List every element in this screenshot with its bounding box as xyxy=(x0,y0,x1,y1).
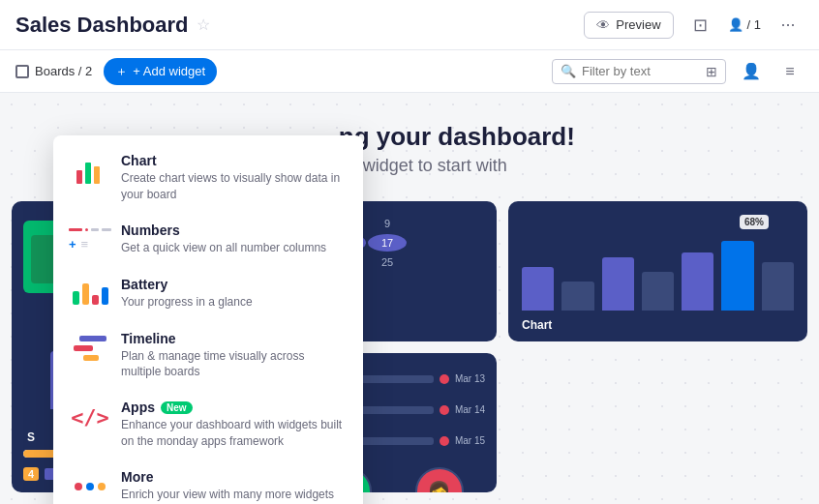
welcome-subtitle: rst widget to start with xyxy=(339,156,575,176)
chart-bar-5 xyxy=(682,252,713,311)
svg-rect-2 xyxy=(94,166,100,184)
more-options-icon[interactable]: ··· xyxy=(773,10,804,41)
filter-icon[interactable]: ≡ xyxy=(776,58,804,85)
add-widget-button[interactable]: ＋ + Add widget xyxy=(104,58,217,85)
more-menu-icon-wrap xyxy=(73,469,107,504)
numbers-menu-icon: + ≡ xyxy=(69,228,111,251)
timeline-menu-text: Timeline Plan & manage time visually acr… xyxy=(121,331,344,381)
welcome-subtitle-text: rst widget to start with xyxy=(339,156,507,175)
numbers-menu-desc: Get a quick view on all number columns xyxy=(121,240,344,256)
menu-item-numbers[interactable]: + ≡ Numbers Get a quick view on all numb… xyxy=(53,213,363,267)
menu-item-apps[interactable]: </> Apps New Enhance your dashboard with… xyxy=(53,390,363,460)
chart-bar-4 xyxy=(642,272,674,311)
chart-bar-7 xyxy=(762,262,794,311)
preview-label: Preview xyxy=(616,17,660,32)
more-menu-icon xyxy=(75,483,106,490)
cal-cell xyxy=(409,234,447,252)
eye-icon: 👁 xyxy=(596,17,610,33)
chart-menu-icon-wrap xyxy=(73,153,107,188)
main-content: ng your dashboard! rst widget to start w… xyxy=(0,93,819,504)
avatar-circle-3: 👩 xyxy=(415,467,464,493)
apps-menu-icon: </> xyxy=(71,405,109,430)
add-widget-label: + Add widget xyxy=(133,64,205,78)
battery-number: 4 xyxy=(23,467,39,481)
plus-icon: ＋ xyxy=(115,63,128,80)
boards-breadcrumb[interactable]: Boards / 2 xyxy=(15,64,92,78)
battery-menu-text: Battery Your progress in a glance xyxy=(121,277,344,311)
people-date-1: Mar 13 xyxy=(455,373,485,384)
dot-red-3 xyxy=(440,436,449,446)
more-menu-title: More xyxy=(121,469,344,485)
search-icon: 🔍 xyxy=(561,64,576,78)
battery-menu-desc: Your progress in a glance xyxy=(121,294,344,311)
svg-rect-0 xyxy=(76,170,82,184)
users-icon: 👤 xyxy=(728,17,743,32)
boards-square-icon xyxy=(15,65,29,78)
dot-red-2 xyxy=(440,405,449,415)
cal-cell-highlight: 17 xyxy=(368,234,407,252)
timeline-menu-icon xyxy=(74,336,106,361)
person-filter-icon[interactable]: 👤 xyxy=(738,58,765,85)
people-date-2: Mar 14 xyxy=(455,404,485,415)
users-button[interactable]: 👤 / 1 xyxy=(728,17,761,32)
svg-rect-1 xyxy=(85,163,91,184)
apps-menu-icon-wrap: </> xyxy=(73,400,107,434)
welcome-title: ng your dashboard! xyxy=(339,122,575,152)
cal-cell xyxy=(409,215,447,232)
cal-cell xyxy=(448,215,487,232)
header-actions: 👁 Preview ⊡ 👤 / 1 ··· xyxy=(584,10,804,41)
timeline-menu-title: Timeline xyxy=(121,331,344,346)
star-icon[interactable]: ☆ xyxy=(197,15,210,34)
battery-menu-icon xyxy=(73,283,108,305)
menu-item-timeline[interactable]: Timeline Plan & manage time visually acr… xyxy=(53,321,363,391)
cal-cell xyxy=(448,234,487,252)
grid-icon: ⊞ xyxy=(706,64,717,79)
dot-red-1 xyxy=(440,374,449,384)
more-menu-desc: Enrich your view with many more widgets xyxy=(121,487,344,503)
numbers-menu-icon-wrap: + ≡ xyxy=(73,222,107,257)
battery-menu-title: Battery xyxy=(121,277,344,292)
filter-search-box[interactable]: 🔍 ⊞ xyxy=(552,59,726,84)
apps-menu-desc: Enhance your dashboard with widgets buil… xyxy=(121,417,344,450)
more-menu-text: More Enrich your view with many more wid… xyxy=(121,469,344,503)
chart-bar-6 xyxy=(721,241,753,311)
cal-cell: 9 xyxy=(368,215,407,232)
chart-menu-desc: Create chart views to visually show data… xyxy=(121,170,344,203)
chart-tooltip: 68% xyxy=(740,215,769,229)
apps-menu-title: Apps New xyxy=(121,400,344,415)
chart-area: 68% xyxy=(518,211,798,314)
preview-button[interactable]: 👁 Preview xyxy=(584,12,673,39)
avatar-item-3: 👩 00:34:09 xyxy=(415,467,464,493)
menu-item-chart[interactable]: Chart Create chart views to visually sho… xyxy=(53,143,363,213)
chart-menu-icon xyxy=(73,153,107,188)
apps-title-text: Apps xyxy=(121,400,155,415)
toolbar: Boards / 2 ＋ + Add widget 🔍 ⊞ 👤 ≡ xyxy=(0,50,819,93)
welcome-section: ng your dashboard! rst widget to start w… xyxy=(339,122,575,176)
apps-menu-text: Apps New Enhance your dashboard with wid… xyxy=(121,400,344,450)
chart-card-label: Chart xyxy=(518,314,798,332)
cal-cell: 25 xyxy=(368,253,407,271)
numbers-menu-text: Numbers Get a quick view on all number c… xyxy=(121,222,344,256)
welcome-title-text: ng your dashboard! xyxy=(339,122,575,151)
chart-bar-3 xyxy=(602,257,634,311)
numbers-menu-title: Numbers xyxy=(121,222,344,238)
chart-menu-text: Chart Create chart views to visually sho… xyxy=(121,153,344,203)
chart-card: 68% xyxy=(508,201,807,341)
filter-input[interactable] xyxy=(582,64,700,78)
boards-label: Boards / 2 xyxy=(35,64,92,78)
menu-item-more[interactable]: More Enrich your view with many more wid… xyxy=(53,460,363,504)
new-badge: New xyxy=(161,401,193,414)
timeline-menu-icon-wrap xyxy=(73,331,107,366)
page-title: Sales Dashboard xyxy=(15,13,189,38)
chart-bar-2 xyxy=(561,282,593,311)
people-date-3: Mar 15 xyxy=(455,435,485,446)
menu-item-battery[interactable]: Battery Your progress in a glance xyxy=(53,267,363,321)
monitor-icon[interactable]: ⊡ xyxy=(685,10,716,41)
chart-menu-title: Chart xyxy=(121,153,344,168)
battery-menu-icon-wrap xyxy=(73,277,107,311)
add-widget-dropdown: Chart Create chart views to visually sho… xyxy=(53,135,363,504)
users-count: / 1 xyxy=(747,17,761,32)
chart-bar-1 xyxy=(522,267,554,311)
timeline-menu-desc: Plan & manage time visually across multi… xyxy=(121,348,344,381)
header: Sales Dashboard ☆ 👁 Preview ⊡ 👤 / 1 ··· xyxy=(0,0,819,50)
